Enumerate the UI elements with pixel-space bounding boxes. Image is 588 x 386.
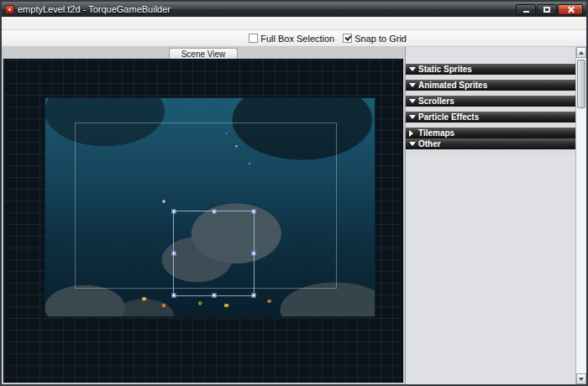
section-header-tilemaps[interactable]: Tilemaps (406, 128, 575, 138)
selection-handle-ne[interactable] (252, 210, 256, 214)
panel-tool-row (406, 47, 575, 64)
section-header-other[interactable]: Other (406, 138, 575, 149)
section-header-animated-sprites[interactable]: Animated Sprites (406, 80, 575, 91)
section-header-particle-effects[interactable]: Particle Effects (406, 112, 575, 123)
scene-canvas[interactable] (3, 59, 403, 383)
scroll-up-button[interactable] (576, 47, 586, 58)
selection-handle-n[interactable] (212, 210, 216, 214)
section-header-static-sprites[interactable]: Static Sprites (406, 64, 575, 75)
maximize-button[interactable] (537, 4, 557, 15)
section-title: Particle Effects (418, 112, 479, 122)
collapse-arrow-icon (409, 115, 416, 119)
selection-handle-se[interactable] (252, 294, 256, 298)
toolbar-row: Full Box Selection Snap to Grid (2, 30, 586, 47)
collapse-arrow-icon (409, 83, 416, 87)
scrollbar-track[interactable] (576, 58, 586, 373)
selection-handle-sw[interactable] (172, 294, 176, 298)
section-title: Tilemaps (418, 128, 454, 138)
full-box-selection-label: Full Box Selection (260, 34, 334, 44)
checkbox-icon[interactable] (249, 34, 258, 43)
collapse-arrow-icon (409, 99, 416, 103)
snap-to-grid-label: Snap to Grid (354, 34, 407, 44)
minimize-button[interactable] (516, 4, 536, 15)
toolbar-options: Full Box Selection Snap to Grid (242, 34, 413, 44)
panel-tab-strip (413, 30, 586, 46)
window-title: emptyLevel.t2d - TorqueGameBuilder (18, 4, 516, 14)
minimize-icon (523, 11, 529, 13)
selection-mini-toolbar (162, 200, 165, 203)
snap-to-grid-checkbox[interactable]: Snap to Grid (343, 34, 407, 44)
selection-handle-nw[interactable] (172, 210, 176, 214)
maximize-icon (543, 7, 550, 13)
selection-rect[interactable] (173, 211, 255, 296)
collapse-arrow-icon (409, 130, 413, 137)
selection-handle-s[interactable] (212, 294, 216, 298)
close-button[interactable] (558, 4, 583, 15)
create-panel: Static Sprites Animated Sprites Scroller… (405, 47, 575, 384)
section-title: Scrollers (418, 96, 454, 106)
title-bar[interactable]: emptyLevel.t2d - TorqueGameBuilder (2, 2, 586, 17)
full-box-selection-checkbox[interactable]: Full Box Selection (249, 34, 334, 44)
scene-tab-row: Scene View (3, 47, 403, 59)
scene-view-tab[interactable]: Scene View (169, 48, 239, 59)
collapse-arrow-icon (409, 67, 416, 71)
section-title: Other (418, 139, 441, 149)
arrow-down-icon (579, 378, 584, 381)
scene-column: Scene View (2, 47, 405, 384)
selection-handle-w[interactable] (172, 252, 176, 256)
menu-bar (2, 17, 586, 30)
collapse-arrow-icon (409, 142, 416, 146)
section-header-scrollers[interactable]: Scrollers (406, 96, 575, 107)
panel-scrollbar[interactable] (575, 47, 586, 384)
section-title: Animated Sprites (418, 81, 487, 90)
toolbar (2, 30, 242, 46)
other-grid (406, 149, 575, 154)
scrollbar-thumb[interactable] (577, 60, 585, 108)
app-window: emptyLevel.t2d - TorqueGameBuilder Full … (0, 0, 588, 386)
app-icon (5, 5, 14, 14)
checkbox-checked-icon[interactable] (343, 34, 352, 43)
close-icon (567, 6, 575, 13)
selection-handle-e[interactable] (252, 252, 256, 256)
arrow-up-icon (579, 51, 584, 55)
section-title: Static Sprites (418, 65, 472, 74)
scroll-down-button[interactable] (576, 373, 586, 384)
